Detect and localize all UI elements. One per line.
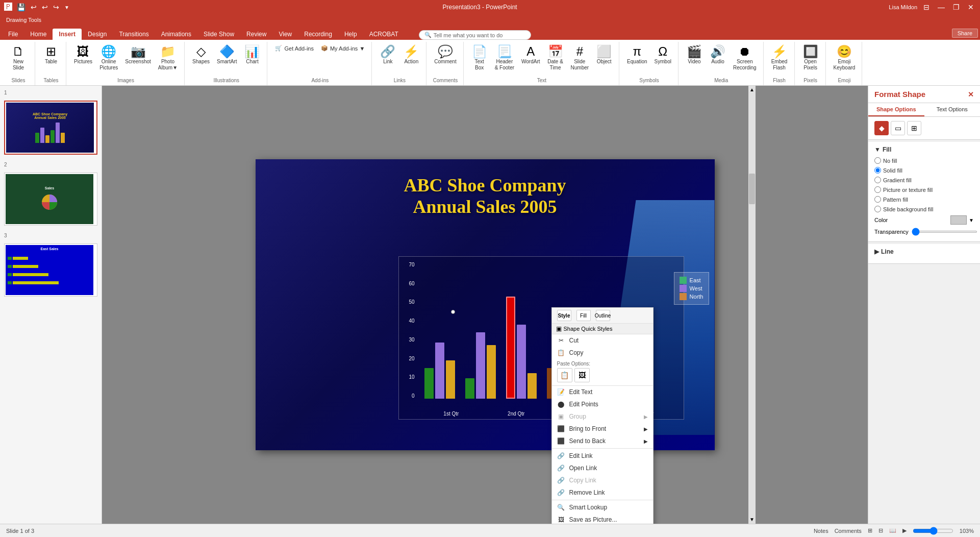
ctx-edit-link[interactable]: 🔗 Edit Link <box>552 450 653 462</box>
gradient-fill-label[interactable]: Gradient fill <box>874 177 912 183</box>
ctx-smart-lookup[interactable]: 🔍 Smart Lookup <box>552 501 653 514</box>
bar-3q-east[interactable] <box>506 297 515 399</box>
view-slideshow-button[interactable]: ▶ <box>902 527 907 534</box>
fill-section-header[interactable]: ▼ Fill <box>874 146 974 153</box>
solid-fill-label[interactable]: Solid fill <box>874 167 902 174</box>
ctx-bring-front[interactable]: ⬛ Bring to Front ▶ <box>552 423 653 435</box>
shapes-button[interactable]: ◇ Shapes <box>190 44 212 66</box>
chart-button[interactable]: 📊 Chart <box>241 44 263 66</box>
fill-line-icon-btn[interactable]: ◆ <box>874 121 889 135</box>
new-slide-button[interactable]: 🗋 NewSlide <box>6 44 31 72</box>
screenshot-button[interactable]: 📷 Screenshot <box>122 44 154 66</box>
ctx-cut[interactable]: ✂ Cut <box>552 334 653 347</box>
tab-shape-options[interactable]: Shape Options <box>868 103 924 116</box>
undo-qat-button[interactable]: ↩ <box>29 3 38 11</box>
tab-recording[interactable]: Recording <box>298 29 338 40</box>
link-button[interactable]: 🔗 Link <box>377 44 398 66</box>
object-button[interactable]: ⬜ Object <box>593 44 615 66</box>
scroll-thumb[interactable] <box>749 174 755 204</box>
slide-canvas[interactable]: ABC Shoe CompanyAnnual Sales 2005 70 60 … <box>256 159 715 450</box>
comments-button[interactable]: Comments <box>835 528 862 534</box>
tab-view[interactable]: View <box>272 29 298 40</box>
no-fill-radio[interactable] <box>874 157 881 164</box>
tab-review[interactable]: Review <box>240 29 272 40</box>
picture-texture-label[interactable]: Picture or texture fill <box>874 186 933 193</box>
video-button[interactable]: 🎬 Video <box>684 44 705 66</box>
tab-slideshow[interactable]: Slide Show <box>197 29 240 40</box>
slide-number-button[interactable]: # SlideNumber <box>568 44 592 72</box>
view-normal-button[interactable]: ⊞ <box>868 527 872 534</box>
redo-qat-button[interactable]: ↪ <box>52 3 61 11</box>
line-section-header[interactable]: ▶ Line <box>874 248 974 255</box>
ctx-copy[interactable]: 📋 Copy <box>552 347 653 359</box>
ctx-edit-points[interactable]: ⬤ Edit Points <box>552 398 653 410</box>
shape-quick-styles-row[interactable]: ▣ Shape Quick Styles <box>552 324 653 334</box>
embed-flash-button[interactable]: ⚡ EmbedFlash <box>769 44 790 72</box>
ctx-save-picture[interactable]: 🖼 Save as Picture... <box>552 514 653 524</box>
tab-text-options[interactable]: Text Options <box>924 103 981 116</box>
tab-home[interactable]: Home <box>24 29 53 40</box>
paste-btn-1[interactable]: 📋 <box>557 368 572 382</box>
picture-texture-radio[interactable] <box>874 186 881 193</box>
toolbar-style-button[interactable]: Style <box>557 310 571 321</box>
textbox-button[interactable]: 📄 TextBox <box>469 44 490 72</box>
slide-bg-fill-label[interactable]: Slide background fill <box>874 206 933 212</box>
my-addins-button[interactable]: 📦 My Add-ins ▼ <box>318 44 367 53</box>
solid-fill-radio[interactable] <box>874 167 881 174</box>
scroll-up-button[interactable]: ▲ <box>748 86 756 94</box>
symbol-button[interactable]: Ω Symbol <box>652 44 674 66</box>
toolbar-outline-button[interactable]: Outline <box>596 310 610 321</box>
action-button[interactable]: ⚡ Action <box>400 44 422 66</box>
slide-thumbnail-3[interactable]: East Sales <box>4 243 97 297</box>
photo-album-button[interactable]: 📁 PhotoAlbum▼ <box>156 44 180 72</box>
canvas-area[interactable]: ABC Shoe CompanyAnnual Sales 2005 70 60 … <box>102 86 868 524</box>
ctx-edit-text[interactable]: 📝 Edit Text <box>552 386 653 398</box>
ctx-remove-link[interactable]: 🔗 Remove Link <box>552 486 653 499</box>
share-button[interactable]: Share <box>952 29 978 38</box>
zoom-level[interactable]: 103% <box>960 528 974 534</box>
view-slide-sorter-button[interactable]: ⊟ <box>878 527 883 534</box>
effects-icon-btn[interactable]: ▭ <box>891 121 905 135</box>
view-reading-button[interactable]: 📖 <box>889 527 896 534</box>
slide-bg-fill-radio[interactable] <box>874 206 881 212</box>
gradient-fill-radio[interactable] <box>874 177 881 183</box>
pictures-button[interactable]: 🖼 Pictures <box>71 44 95 66</box>
color-swatch[interactable] <box>950 215 967 225</box>
undo-qat-button2[interactable]: ↩ <box>40 3 49 11</box>
paste-btn-2[interactable]: 🖼 <box>574 368 590 382</box>
vertical-scrollbar[interactable]: ▲ ▼ <box>748 86 756 524</box>
color-dropdown-arrow[interactable]: ▼ <box>969 217 974 223</box>
close-panel-button[interactable]: ✕ <box>968 90 974 99</box>
audio-button[interactable]: 🔊 Audio <box>707 44 728 66</box>
ctx-open-link[interactable]: 🔗 Open Link <box>552 462 653 474</box>
wordart-button[interactable]: A WordArt <box>519 44 543 66</box>
customize-qat-button[interactable]: ▼ <box>63 5 71 10</box>
tab-file[interactable]: File <box>2 29 24 40</box>
pattern-fill-label[interactable]: Pattern fill <box>874 196 908 203</box>
tab-insert[interactable]: Insert <box>53 29 82 40</box>
online-pictures-button[interactable]: 🌐 OnlinePictures <box>97 44 120 72</box>
slide-thumbnail-2[interactable]: Sales <box>4 173 97 226</box>
comment-button[interactable]: 💬 Comment <box>432 44 459 66</box>
notes-button[interactable]: Notes <box>814 528 828 534</box>
tab-acrobat[interactable]: ACROBAT <box>363 29 405 40</box>
close-button[interactable]: ✕ <box>966 3 976 11</box>
table-button[interactable]: ⊞ Table <box>40 44 62 66</box>
transparency-slider[interactable] <box>912 231 977 233</box>
zoom-slider[interactable] <box>913 527 953 535</box>
window-icon-btn[interactable]: ⊟ <box>921 3 932 11</box>
tab-animations[interactable]: Animations <box>155 29 197 40</box>
pattern-fill-radio[interactable] <box>874 196 881 203</box>
slide-thumbnail-1[interactable]: ABC Shoe CompanyAnnual Sales 2005 <box>4 101 97 155</box>
get-addins-button[interactable]: 🛒 Get Add-ins <box>272 44 316 53</box>
smartart-button[interactable]: 🔷 SmartArt <box>214 44 239 66</box>
tab-design[interactable]: Design <box>82 29 113 40</box>
ctx-send-back[interactable]: ⬛ Send to Back ▶ <box>552 435 653 447</box>
emoji-keyboard-button[interactable]: 😊 EmojiKeyboard <box>831 44 858 72</box>
header-footer-button[interactable]: 📃 Header& Footer <box>492 44 517 72</box>
tab-transitions[interactable]: Transitions <box>113 29 155 40</box>
tab-help[interactable]: Help <box>338 29 363 40</box>
equation-button[interactable]: π Equation <box>624 44 649 66</box>
scroll-down-button[interactable]: ▼ <box>748 516 756 524</box>
screen-recording-button[interactable]: ⏺ ScreenRecording <box>731 44 759 72</box>
